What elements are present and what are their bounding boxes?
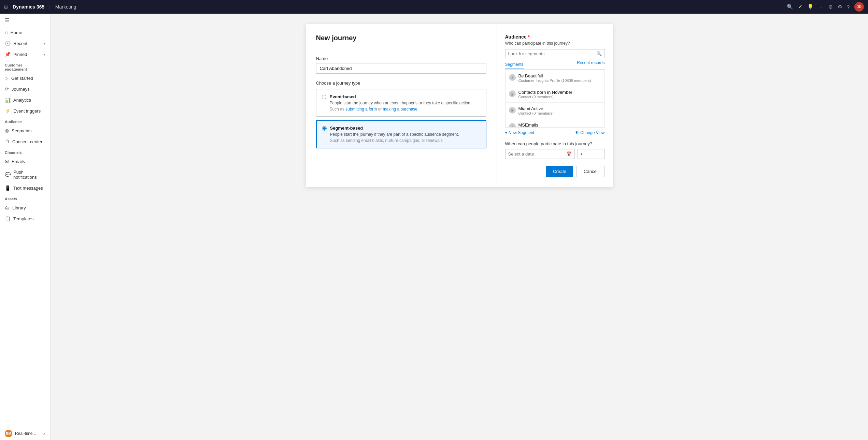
search-icon: 🔍 [596,51,602,56]
list-item[interactable]: ◎ Contacts born in November Contact (0 m… [506,86,604,103]
event-triggers-icon: ⚡ [5,108,11,114]
audience-subtitle: Who can participate in this journey? [505,41,605,46]
sidebar-item-templates[interactable]: 📋 Templates [0,213,50,224]
lightbulb-icon[interactable]: 💡 [807,4,814,10]
grid-icon[interactable]: ⊞ [4,4,8,10]
sidebar-item-emails[interactable]: ✉ Emails [0,156,50,167]
segment-name: Miami Active [518,106,554,111]
sidebar-item-analytics[interactable]: 📊 Analytics [0,94,50,105]
action-buttons: Create Cancel [505,166,605,177]
event-based-example: Such as submitting a form or making a pu… [330,107,472,112]
segment-based-title: Segment-based [330,126,459,131]
segment-based-radio[interactable] [322,126,327,131]
sidebar-item-label: Consent center [12,139,42,144]
list-item[interactable]: ◎ Miami Active Contact (0 members) [506,103,604,119]
tab-segments[interactable]: Segments [505,60,524,69]
segment-icon: ◎ [509,90,516,97]
topbar-icons: 🔍 ✔ 💡 ＋ ⊘ ⚙ ? JD [787,2,864,12]
section-assets: Assets [0,193,50,202]
email-icon: ✉ [5,159,9,164]
section-customer-engagement: Customer engagement [0,60,50,73]
journeys-icon: ⟳ [5,86,9,92]
plus-icon[interactable]: ＋ [819,4,824,10]
home-icon: ⌂ [5,30,8,35]
text-msg-icon: 📱 [5,185,11,191]
journey-type-label: Choose a journey type [316,80,486,86]
change-view-icon: 👁 [575,130,579,135]
date-input[interactable] [508,151,566,157]
tab-recent-records[interactable]: Recent records [577,60,604,69]
name-field-label: Name [316,56,486,61]
sidebar-item-home[interactable]: ⌂ Home [0,27,50,38]
settings-icon[interactable]: ⚙ [838,4,842,10]
segment-desc: Contact (0 members) [518,111,554,115]
sidebar-item-label: Library [12,205,26,210]
submitting-form-link[interactable]: submitting a form [345,107,377,112]
segment-icon: ◎ [509,107,516,114]
audience-title: Audience * [505,34,605,40]
segment-desc: Customer Insights Profile (10808 members… [518,78,591,83]
sidebar-item-label: Pinned [13,52,27,57]
event-based-title: Event-based [330,94,472,99]
create-button[interactable]: Create [546,166,573,177]
sidebar-item-text-messages[interactable]: 📱 Text messages [0,182,50,193]
calendar-icon: 📅 [566,151,572,157]
get-started-icon: ▷ [5,75,9,81]
journey-name-input[interactable] [316,63,486,74]
help-icon[interactable]: ? [847,4,850,10]
check-circle-icon[interactable]: ✔ [798,4,802,10]
cancel-button[interactable]: Cancel [577,166,604,177]
content-area: New journey Name Choose a journey type E… [51,14,868,440]
event-based-radio[interactable] [322,95,326,99]
hamburger-icon[interactable]: ☰ [0,14,50,27]
segment-based-option[interactable]: Segment-based People start the journey i… [316,120,486,148]
sidebar-bottom[interactable]: RM Real-time marketi... ∧ [0,427,50,440]
audience-panel: Audience * Who can participate in this j… [497,24,613,187]
topbar-divider: | [49,4,50,10]
segment-search-box[interactable]: 🔍 [505,49,605,58]
sidebar-item-pinned[interactable]: 📌 Pinned ▾ [0,49,50,60]
search-icon[interactable]: 🔍 [787,4,793,10]
sidebar-item-journeys[interactable]: ⟳ Journeys [0,84,50,94]
app-name: Dynamics 365 [13,4,44,10]
new-journey-dialog: New journey Name Choose a journey type E… [306,24,613,187]
sidebar-item-label: Text messages [13,186,43,191]
segment-name: Contacts born in November [518,90,572,95]
module-name: Marketing [55,4,76,10]
dialog-title: New journey [316,34,486,42]
list-item[interactable]: ◎ MSEmails [506,119,604,128]
segment-search-input[interactable] [508,51,596,56]
user-avatar[interactable]: JD [854,2,864,12]
sidebar-item-library[interactable]: 🗂 Library [0,202,50,213]
sidebar-item-label: Journeys [12,87,30,92]
workspace-avatar: RM [5,430,12,437]
sidebar-item-consent-center[interactable]: 🗒 Consent center [0,136,50,147]
sidebar-item-label: Templates [13,216,33,221]
templates-icon: 📋 [5,216,11,221]
sidebar-item-event-triggers[interactable]: ⚡ Event triggers [0,105,50,116]
segment-based-example: Such as sending email blasts, nurture ca… [330,138,459,143]
filter-icon[interactable]: ⊘ [828,4,833,10]
sidebar-item-label: Analytics [13,98,31,103]
workspace-chevron-icon: ∧ [43,432,45,436]
sidebar-item-push-notifications[interactable]: 💬 Push notifications [0,167,50,182]
sidebar-item-label: Push notifications [13,170,45,180]
sidebar-item-get-started[interactable]: ▷ Get started [0,73,50,84]
workspace-label: Real-time marketi... [15,431,40,436]
event-based-option[interactable]: Event-based People start the journey whe… [316,89,486,117]
sidebar-item-recent[interactable]: 🕐 Recent ▾ [0,38,50,49]
journey-form-panel: New journey Name Choose a journey type E… [306,24,497,187]
sidebar-item-label: Get started [11,76,33,81]
making-purchase-link[interactable]: making a purchase [383,107,417,112]
change-view-button[interactable]: 👁 Change View [575,130,604,135]
list-item[interactable]: ◎ Be Beautifull Customer Insights Profil… [506,70,604,86]
date-input-box[interactable]: 📅 [505,149,575,159]
segment-desc: Contact (0 members) [518,95,572,99]
date-dropdown[interactable]: ▾ [578,149,605,159]
new-segment-button[interactable]: + New Segment [505,130,535,135]
sidebar-item-label: Home [10,30,22,35]
event-based-desc: People start the journey when an event h… [330,101,472,105]
sidebar-item-segments[interactable]: ◎ Segments [0,125,50,136]
required-marker: * [527,34,530,40]
section-channels: Channels [0,147,50,156]
